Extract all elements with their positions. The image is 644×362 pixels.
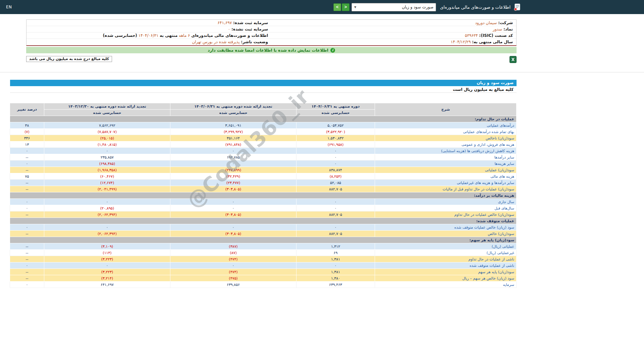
- announcement-icon[interactable]: [514, 3, 521, 11]
- value-cell: (۶۹۱,۹۵۸): [297, 141, 375, 148]
- value-cell: (۳۲,۴۲۹): [170, 173, 297, 180]
- row-label[interactable]: غیرعملیاتی (ریال): [375, 250, 517, 256]
- change-cell: --: [10, 256, 44, 262]
- row-label[interactable]: درآمدهای عملیاتی: [375, 122, 517, 129]
- value-cell: (۲,۰۶۲,۳۹۴): [44, 212, 170, 218]
- value-cell: (۳۰۳,۸۰۵): [170, 231, 297, 237]
- section-label: سود(زیان) پایه هر سهم:: [10, 237, 517, 243]
- data-row: ناشی از عملیات در حال تداوم۱,۳۸۱(۴۷۴)(۳,…: [10, 256, 517, 262]
- data-row: بهای تمام شده درآمدهای عملیاتی(۳,۵۲۲,۹۲۰…: [10, 129, 517, 135]
- info-label: کد صنعت (ISIC):: [479, 33, 513, 38]
- data-row: ناشی از عملیات متوقف شده۰۰۰۰: [10, 262, 517, 269]
- change-cell: --: [10, 231, 44, 237]
- nav-next-button[interactable]: >: [342, 3, 350, 11]
- row-label[interactable]: ناشی از عملیات در حال تداوم: [375, 256, 517, 262]
- change-cell: ۰: [10, 205, 44, 212]
- company-info-right-column: شرکت: سیمان دورودنماد: سدورکد صنعت (ISIC…: [271, 20, 516, 45]
- value-cell: ۰: [297, 262, 375, 269]
- language-toggle[interactable]: EN: [6, 5, 12, 9]
- company-info-row: کد صنعت (ISIC): ۵۳۹۶۳۴: [271, 33, 516, 39]
- value-cell: (۱۱۴): [44, 250, 170, 256]
- chevron-down-icon: ▼: [354, 6, 356, 9]
- row-label[interactable]: سایر درآمدها: [375, 154, 517, 161]
- row-label[interactable]: ناشی از عملیات متوقف شده: [375, 262, 517, 269]
- section-row: عملیات متوقف شده:: [10, 218, 517, 224]
- company-info-left-column: سرمایه ثبت شده: ۶۴۱,۶۹۷سرمایه ثبت نشده: …: [26, 20, 271, 45]
- row-label[interactable]: سود (زیان) خالص عملیات متوقف شده: [375, 224, 517, 231]
- section-divider: [0, 72, 644, 72]
- data-row: هزینه کاهش ارزش دریافتنی ها (هزینه استثن…: [10, 148, 517, 154]
- row-label[interactable]: سرمایه: [375, 282, 517, 288]
- col-header-description: شرح: [375, 103, 517, 116]
- data-row: سرمایه۶۳۹,۴۶۳۶۳۹,۸۵۶۶۴۱,۶۹۷۰: [10, 282, 517, 288]
- statement-type-select[interactable]: ▼ صورت سود و زیان: [352, 3, 436, 11]
- data-row: درآمدهای عملیاتی۵,۰۵۳,۷۵۲۳,۶۵۱,۰۹۱۷,۵۶۲,…: [10, 122, 517, 129]
- info-value: ۰: [228, 27, 230, 32]
- value-cell: (۳,۲۱۴): [44, 275, 170, 282]
- change-cell: --: [10, 269, 44, 275]
- value-cell: ۰: [170, 161, 297, 167]
- value-cell: ۰: [170, 224, 297, 231]
- info-label: وضعیت ناشر:: [241, 40, 268, 44]
- row-label[interactable]: سال‌های قبل: [375, 205, 517, 212]
- company-info-row: شرکت: سیمان دورود: [271, 20, 516, 26]
- value-cell: (۶۰,۴۶۷): [44, 173, 170, 180]
- row-label[interactable]: بهای تمام شده درآمدهای عملیاتی: [375, 129, 517, 135]
- data-row: هزینه های فروش، اداری و عمومی(۶۹۱,۹۵۸)(۷…: [10, 141, 517, 148]
- row-label[interactable]: سود(زیان) عملیاتی: [375, 167, 517, 173]
- income-statement-table: شرح دوره منتهی به ۱۴۰۴/۰۶/۳۱ تجدید ارائه…: [10, 103, 517, 288]
- data-row: سود (زیان) خالص هر سهم – ریال۱,۳۸۰(۴۷۵)(…: [10, 275, 517, 282]
- row-label[interactable]: سود(زیان) ناخالص: [375, 135, 517, 141]
- company-info-row: سرمایه ثبت شده: ۶۴۱,۶۹۷: [26, 20, 271, 26]
- section-row: عملیات در حال تداوم:: [10, 116, 517, 122]
- info-value: ۶ ماهه: [179, 33, 190, 38]
- data-row: سال‌های قبل۰۰(۲۰,۸۹۵)۰: [10, 205, 517, 212]
- row-label[interactable]: هزینه کاهش ارزش دریافتنی ها (هزینه استثن…: [375, 148, 517, 154]
- row-label[interactable]: سایر هزینه‌ها: [375, 161, 517, 167]
- info-value: ۱۴۰۴/۰۶/۳۱: [139, 33, 159, 38]
- section-row: هزینه مالیات بر درآمد:: [10, 192, 517, 199]
- change-cell: ۳۸: [10, 122, 44, 129]
- data-row: سود(زیان) خالص۸۸۲,۷۰۵(۳۰۳,۸۰۵)(۲,۰۶۲,۳۹۴…: [10, 231, 517, 237]
- company-info-row: نماد: سدور: [271, 26, 516, 33]
- statement-title-bar: صورت سود و زیان: [10, 80, 517, 86]
- value-cell: (۲۰,۸۹۵): [44, 205, 170, 212]
- col-header-restated-prior-year: تجدید ارائه شده دوره منتهی به ۱۴۰۳/۱۲/۳۰: [44, 103, 170, 110]
- row-label[interactable]: عملیاتی (ریال): [375, 243, 517, 250]
- row-label[interactable]: سود(زیان) خالص: [375, 231, 517, 237]
- data-row: سایر درآمدها و هزینه های غیرعملیاتی۵۲,۰۸…: [10, 180, 517, 186]
- value-cell: (۸۷): [170, 250, 297, 256]
- row-label[interactable]: سود (زیان) خالص هر سهم – ریال: [375, 275, 517, 282]
- nav-prev-button[interactable]: <: [333, 3, 341, 11]
- row-label[interactable]: سال جاری: [375, 199, 517, 205]
- row-label[interactable]: هزینه های فروش، اداری و عمومی: [375, 141, 517, 148]
- value-cell: (۲۳,۴۷۷): [170, 180, 297, 186]
- value-cell: ۰: [44, 199, 170, 205]
- value-cell: ۱,۳۱۲: [297, 243, 375, 250]
- row-label[interactable]: هزینه های مالی: [375, 173, 517, 180]
- value-cell: ۰: [297, 205, 375, 212]
- value-cell: ۰: [297, 224, 375, 231]
- value-cell: (۳۰۳,۸۰۵): [170, 212, 297, 218]
- info-label: اطلاعات و صورت‌های مالی میاندوره‌ای: [191, 33, 268, 38]
- value-cell: ۰: [297, 199, 375, 205]
- value-cell: ۰: [44, 224, 170, 231]
- statement-type-value: صورت سود و زیان: [402, 5, 433, 9]
- row-label[interactable]: سود(زیان) پایه هر سهم: [375, 269, 517, 275]
- company-info-panel: شرکت: سیمان دورودنماد: سدورکد صنعت (ISIC…: [26, 19, 517, 46]
- topbar-controls: < > ▼ صورت سود و زیان اطلاعات و صورت‌های…: [333, 3, 521, 11]
- value-cell: (۶۹۸,۳۸۵): [44, 161, 170, 167]
- value-cell: ۵۲,۰۸۵: [297, 180, 375, 186]
- row-label[interactable]: سود(زیان) خالص عملیات در حال تداوم: [375, 212, 517, 218]
- company-info-row: سرمایه ثبت نشده: ۰: [26, 26, 271, 33]
- excel-export-icon[interactable]: X: [509, 56, 517, 63]
- change-cell: --: [10, 180, 44, 186]
- info-label: نماد:: [503, 27, 513, 32]
- row-label[interactable]: سایر درآمدها و هزینه های غیرعملیاتی: [375, 180, 517, 186]
- row-label[interactable]: سود(زیان) عملیات در حال تداوم قبل از مال…: [375, 186, 517, 192]
- change-cell: --: [10, 212, 44, 218]
- banner-text: اطلاعات نمایش داده شده با اطلاعات امضا ش…: [208, 48, 328, 53]
- info-value: ۶۴۱,۶۹۷: [218, 20, 232, 25]
- section-label: هزینه مالیات بر درآمد:: [10, 192, 517, 199]
- value-cell: ۰: [297, 148, 375, 154]
